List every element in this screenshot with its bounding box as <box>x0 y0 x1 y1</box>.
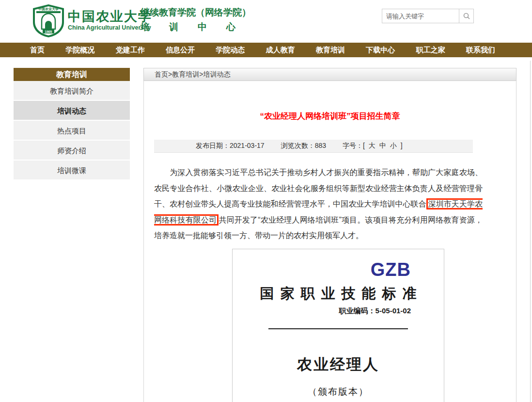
nav-item-adult-education[interactable]: 成人教育 <box>266 46 295 55</box>
svg-text:1905: 1905 <box>45 30 52 33</box>
gzb-logo: GZB <box>233 259 444 280</box>
article-title: “农业经理人网络培训班”项目招生简章 <box>144 81 516 122</box>
font-size-medium[interactable]: 中 <box>379 142 386 149</box>
occupation-code: 职业编码：5-05-01-02 <box>233 306 444 316</box>
page: 中国农业大学 1905 中国农业大学 China Agricultural Un… <box>0 0 532 402</box>
article-paragraph: 为深入贯彻落实习近平总书记关于推动乡村人才振兴的重要指示精神，帮助广大家庭农场、… <box>154 165 483 244</box>
university-logo-icon: 中国农业大学 1905 <box>32 4 65 38</box>
breadcrumb-home[interactable]: 首页 <box>155 70 168 78</box>
search-icon <box>463 12 470 20</box>
sidebar-item-hot-projects[interactable]: 热点项目 <box>14 121 130 141</box>
font-size-small[interactable]: 小 <box>390 142 397 149</box>
nav-item-staff-home[interactable]: 职工之家 <box>416 46 445 55</box>
division-title-line2: 培训中心 <box>141 21 235 33</box>
view-count: 浏览次数：883 <box>281 142 326 150</box>
sidebar: 教育培训 教育培训简介 培训动态 热点项目 师资介绍 培训微课 <box>14 68 130 180</box>
divider-line <box>268 328 408 329</box>
site-header: 中国农业大学 1905 中国农业大学 China Agricultural Un… <box>0 0 532 43</box>
breadcrumb-education-training[interactable]: 教育培训 <box>172 70 199 78</box>
sidebar-item-training-news[interactable]: 培训动态 <box>14 101 130 121</box>
svg-text:中国农业大学: 中国农业大学 <box>38 7 59 11</box>
sidebar-item-training-intro[interactable]: 教育培训简介 <box>14 81 130 101</box>
nav-item-college-overview[interactable]: 学院概况 <box>65 46 94 55</box>
main-content: 首页>教育培训>培训动态 “农业经理人网络培训班”项目招生简章 发布日期：202… <box>143 68 516 402</box>
font-size-control: 字号：[ 大中小 ] <box>343 142 403 150</box>
breadcrumb: 首页>教育培训>培训动态 <box>143 68 516 81</box>
search-button[interactable] <box>459 9 474 23</box>
search-input[interactable] <box>382 9 459 23</box>
nav-item-college-news[interactable]: 学院动态 <box>216 46 245 55</box>
sidebar-item-faculty[interactable]: 师资介绍 <box>14 141 130 161</box>
version-label: （颁布版本） <box>233 386 444 398</box>
breadcrumb-training-news[interactable]: 培训动态 <box>203 70 230 78</box>
university-name-en: China Agricultural University <box>68 24 151 31</box>
standard-document-image: GZB 国家职业技能标准 职业编码：5-05-01-02 农业经理人 （颁布版本… <box>232 249 444 402</box>
main-nav: 首页 学院概况 党建工作 信息公开 学院动态 成人教育 教育培训 下载中心 职工… <box>0 43 532 57</box>
sidebar-item-micro-courses[interactable]: 培训微课 <box>14 161 130 180</box>
publish-date: 发布日期：2021-03-17 <box>196 142 265 150</box>
nav-item-download-center[interactable]: 下载中心 <box>366 46 395 55</box>
nav-item-party-building[interactable]: 党建工作 <box>116 46 145 55</box>
article-meta-bar: 发布日期：2021-03-17 浏览次数：883 字号：[ 大中小 ] <box>154 140 473 153</box>
sidebar-title: 教育培训 <box>14 68 130 81</box>
search-bar <box>382 9 474 23</box>
breadcrumb-separator: > <box>168 70 172 78</box>
standard-title: 国家职业技能标准 <box>233 284 444 304</box>
nav-item-home[interactable]: 首页 <box>30 46 45 55</box>
nav-item-information[interactable]: 信息公开 <box>166 46 195 55</box>
page-right-border <box>530 61 531 402</box>
article-panel: “农业经理人网络培训班”项目招生简章 发布日期：2021-03-17 浏览次数：… <box>143 81 516 402</box>
font-size-large[interactable]: 大 <box>369 142 376 149</box>
nav-item-contact-us[interactable]: 联系我们 <box>466 46 495 55</box>
university-name-cn: 中国农业大学 <box>68 8 152 25</box>
occupation-name: 农业经理人 <box>233 354 444 375</box>
division-title-line1: 继续教育学院（网络学院） <box>141 6 251 19</box>
nav-item-education-training[interactable]: 教育培训 <box>316 46 345 55</box>
